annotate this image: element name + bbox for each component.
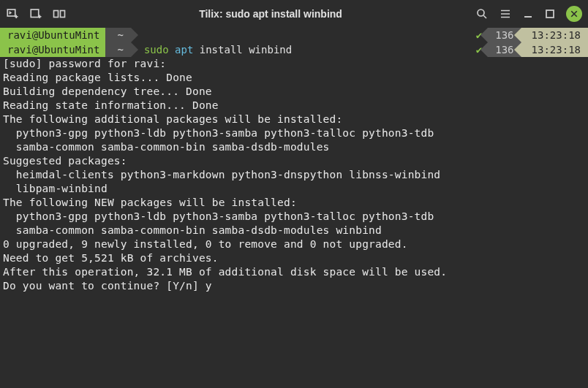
window-title: Tilix: sudo apt install winbind — [72, 8, 470, 20]
svg-rect-3 — [61, 11, 65, 18]
svg-point-4 — [478, 9, 484, 16]
prompt-status: ✔ 136 13:23:18 — [470, 42, 588, 57]
svg-rect-1 — [31, 9, 39, 18]
prompt-status: ✔ 136 13:23:18 — [470, 28, 588, 42]
status-time: 13:23:18 — [521, 28, 588, 42]
prompt-line-idle: ravi@UbuntuMint ~ ✔ 136 13:23:18 — [0, 28, 588, 42]
maximize-icon[interactable] — [544, 8, 556, 20]
prompt-path: ~ — [105, 42, 130, 57]
prompt-command[interactable]: sudo apt install winbind — [131, 42, 470, 57]
titlebar-right — [475, 6, 582, 22]
prompt-line-command: ravi@UbuntuMint ~ sudo apt install winbi… — [0, 42, 588, 57]
hamburger-menu-icon[interactable] — [499, 7, 512, 20]
minimize-icon[interactable] — [522, 8, 534, 20]
prompt-user: ravi@UbuntuMint — [0, 42, 105, 57]
prompt-path: ~ — [105, 28, 130, 42]
cmd-sudo: sudo — [144, 44, 169, 56]
add-tab-icon[interactable] — [29, 7, 42, 20]
split-icon[interactable] — [53, 7, 66, 20]
cmd-args: install winbind — [193, 44, 292, 56]
svg-rect-2 — [54, 11, 59, 18]
titlebar: Tilix: sudo apt install winbind — [0, 0, 588, 28]
search-icon[interactable] — [475, 7, 489, 20]
titlebar-left — [6, 7, 66, 20]
new-terminal-icon[interactable] — [6, 7, 19, 20]
cmd-name: apt — [169, 44, 194, 56]
terminal-output[interactable]: [sudo] password for ravi: Reading packag… — [0, 57, 588, 293]
close-button[interactable] — [566, 6, 582, 22]
svg-rect-5 — [546, 10, 554, 18]
prompt-user: ravi@UbuntuMint — [0, 28, 105, 42]
status-time: 13:23:18 — [521, 42, 588, 57]
